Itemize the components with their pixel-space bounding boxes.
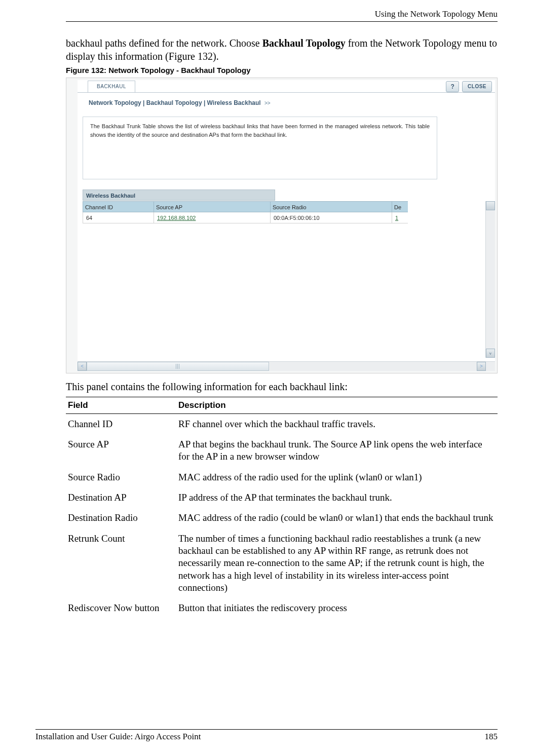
para1-a: backhaul paths defined for the network. … — [66, 37, 262, 49]
description-panel: The Backhaul Trunk Table shows the list … — [83, 117, 437, 179]
breadcrumb-text: Network Topology | Backhaul Topology | W… — [89, 99, 261, 106]
screenshot-topbar: BACKHAUL ? CLOSE — [78, 80, 495, 93]
source-ap-link[interactable]: 192.168.88.102 — [157, 215, 196, 221]
chevron-right-icon: >> — [264, 100, 271, 106]
scroll-right-icon[interactable]: > — [477, 362, 486, 371]
running-header: Using the Network Topology Menu — [66, 9, 498, 21]
table-header-row: Channel ID Source AP Source Radio De — [83, 201, 495, 212]
field-name: Destination AP — [66, 487, 176, 508]
breadcrumb: Network Topology | Backhaul Topology | W… — [89, 99, 271, 106]
scroll-down-icon[interactable]: v — [486, 349, 495, 358]
screenshot-inner: BACKHAUL ? CLOSE Network Topology | Back… — [78, 80, 495, 371]
col-header-source-ap[interactable]: Source AP — [154, 201, 270, 212]
scroll-thumb[interactable] — [486, 201, 495, 210]
cell-destination[interactable]: 1 — [392, 212, 408, 223]
field-desc: Button that initiates the rediscovery pr… — [176, 598, 498, 618]
para1-bold: Backhaul Topology — [262, 37, 346, 49]
cell-channel-id: 64 — [83, 212, 154, 223]
col-header-channel-id[interactable]: Channel ID — [83, 201, 154, 212]
table-row: Source RadioMAC address of the radio use… — [66, 467, 498, 487]
field-desc: IP address of the AP that terminates the… — [176, 487, 498, 508]
table-row: Retrunk CountThe number of times a funct… — [66, 528, 498, 598]
page-footer: Installation and User Guide: Airgo Acces… — [35, 729, 498, 742]
help-button[interactable]: ? — [446, 81, 459, 92]
body-paragraph-1: backhaul paths defined for the network. … — [66, 37, 498, 63]
field-desc: The number of times a functioning backha… — [176, 528, 498, 598]
table-row: Destination RadioMAC address of the radi… — [66, 508, 498, 528]
field-name: Source AP — [66, 434, 176, 467]
figure-screenshot: BACKHAUL ? CLOSE Network Topology | Back… — [66, 78, 498, 373]
figure-caption: Figure 132: Network Topology - Backhaul … — [66, 66, 498, 74]
footer-title: Installation and User Guide: Airgo Acces… — [35, 732, 201, 742]
field-desc: AP that begins the backhaul trunk. The S… — [176, 434, 498, 467]
topbar-line — [78, 92, 495, 93]
field-desc: MAC address of the radio (could be wlan0… — [176, 508, 498, 528]
table-row: Rediscover Now buttonButton that initiat… — [66, 598, 498, 618]
table-row: 64 192.168.88.102 00:0A:F5:00:06:10 1 — [83, 212, 495, 223]
scroll-left-icon[interactable]: < — [78, 362, 87, 371]
table-row: Channel IDRF channel over which the back… — [66, 413, 498, 434]
scroll-track[interactable] — [87, 362, 269, 371]
page-number: 185 — [485, 732, 498, 742]
cell-source-radio: 00:0A:F5:00:06:10 — [270, 212, 392, 223]
field-description-table: Field Description Channel IDRF channel o… — [66, 397, 498, 619]
col-header-destination[interactable]: De — [392, 201, 408, 212]
body-paragraph-2: This panel contains the following inform… — [66, 381, 498, 394]
field-name: Destination Radio — [66, 508, 176, 528]
close-button[interactable]: CLOSE — [462, 81, 492, 92]
th-field: Field — [66, 397, 176, 413]
destination-link[interactable]: 1 — [395, 215, 398, 221]
field-desc: MAC address of the radio used for the up… — [176, 467, 498, 487]
th-description: Description — [176, 397, 498, 413]
field-desc: RF channel over which the backhaul traff… — [176, 413, 498, 434]
field-name: Source Radio — [66, 467, 176, 487]
field-name: Channel ID — [66, 413, 176, 434]
scroll-grip-icon — [176, 364, 180, 369]
cell-source-ap[interactable]: 192.168.88.102 — [154, 212, 270, 223]
field-name: Rediscover Now button — [66, 598, 176, 618]
table-row: Source APAP that begins the backhaul tru… — [66, 434, 498, 467]
vertical-scrollbar[interactable]: v — [485, 201, 495, 358]
col-header-source-radio[interactable]: Source Radio — [270, 201, 392, 212]
tab-backhaul[interactable]: BACKHAUL — [88, 81, 135, 92]
section-title-bar: Wireless Backhaul — [83, 190, 275, 201]
footer-rule — [35, 729, 498, 730]
header-rule — [66, 21, 498, 22]
horizontal-scrollbar[interactable]: < > — [78, 361, 495, 371]
table-row: Destination APIP address of the AP that … — [66, 487, 498, 508]
field-name: Retrunk Count — [66, 528, 176, 598]
